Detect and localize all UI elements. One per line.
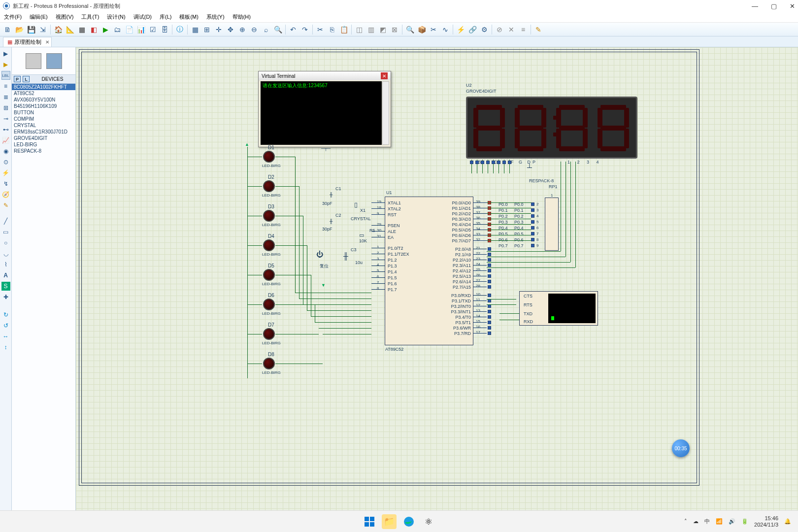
mirror-h-icon[interactable]: ↔ — [1, 332, 10, 341]
compim-serial[interactable]: CTS RTS TXD RXD — [519, 291, 598, 326]
probe-i-icon[interactable]: ↯ — [1, 179, 10, 188]
text2d-icon[interactable]: A — [1, 271, 10, 280]
led[interactable] — [263, 269, 275, 281]
tray-battery-icon[interactable]: 🔋 — [741, 518, 748, 525]
probe-v-icon[interactable]: ⚡ — [1, 168, 10, 177]
generator-mode-icon[interactable]: ⊙ — [1, 158, 10, 166]
save-icon[interactable]: 💾 — [26, 24, 36, 35]
pin-mode-icon[interactable]: ⊷ — [1, 125, 10, 134]
led[interactable] — [263, 328, 275, 340]
arc2d-icon[interactable]: ◡ — [1, 249, 10, 258]
db-icon[interactable]: 🗄 — [159, 24, 170, 35]
pick-icon[interactable]: 🔍 — [404, 24, 415, 35]
undo-icon[interactable]: ↶ — [288, 24, 299, 35]
tape-mode-icon[interactable]: ◉ — [1, 147, 10, 156]
tray-clock[interactable]: 15:462024/11/3 — [754, 515, 778, 527]
graph-mode-icon[interactable]: 📈 — [1, 136, 10, 145]
zoom-in-icon[interactable]: ⊕ — [237, 24, 248, 35]
list-item[interactable]: LED-BIRG — [12, 141, 75, 148]
menu-design[interactable]: 设计(N) — [107, 13, 125, 21]
explorer-icon[interactable]: 📁 — [382, 514, 397, 529]
list-item[interactable]: BUTTON — [12, 109, 75, 116]
label-mode-icon[interactable]: LBL — [1, 71, 10, 80]
zoom-fit-icon[interactable]: ⌕ — [261, 24, 271, 35]
netlist-icon[interactable]: 🔗 — [467, 24, 478, 35]
menu-file[interactable]: 文件(F) — [4, 13, 22, 21]
excl-icon[interactable]: ⊘ — [494, 24, 505, 35]
start-icon[interactable] — [362, 514, 377, 529]
component-mode-icon[interactable]: ▶ — [1, 60, 10, 69]
tray-volume-icon[interactable]: 🔊 — [729, 518, 735, 525]
menu-view[interactable]: 视图(V) — [56, 13, 74, 21]
tray-ime[interactable]: 中 — [704, 518, 710, 525]
select-mode-icon[interactable]: ▶ — [1, 49, 10, 58]
schematic-icon[interactable]: 📐 — [65, 24, 75, 35]
tray-notification-icon[interactable]: 🔔 — [784, 518, 791, 525]
schematic-canvas[interactable]: Virtual Terminal ✕ 请在发送区输入信息:1234567 ▲ D… — [76, 47, 798, 510]
compile-icon[interactable]: ⚙ — [479, 24, 490, 35]
copy-icon[interactable]: ⎘ — [327, 24, 337, 35]
drc-icon[interactable]: ☑ — [147, 24, 158, 35]
list-item[interactable]: COMPIM — [12, 116, 75, 122]
explorer-icon[interactable]: 🗂 — [112, 24, 123, 35]
rotate-cw-icon[interactable]: ↻ — [1, 310, 10, 319]
marker2d-icon[interactable]: ✚ — [1, 293, 10, 301]
zoom-area-icon[interactable]: 🔍 — [272, 24, 283, 35]
app-icon[interactable]: ⚛ — [421, 514, 436, 529]
block-delete-icon[interactable]: ⊠ — [389, 24, 400, 35]
wire-icon[interactable]: ∿ — [440, 24, 451, 35]
snap-icon[interactable]: ⊞ — [201, 24, 212, 35]
mirror-v-icon[interactable]: ↕ — [1, 343, 10, 352]
led[interactable] — [263, 210, 275, 222]
menu-debug[interactable]: 调试(D) — [133, 13, 152, 21]
block-rotate-icon[interactable]: ◩ — [377, 24, 388, 35]
list-item[interactable]: GROVE4DIGIT — [12, 135, 75, 141]
block-copy-icon[interactable]: ◫ — [354, 24, 365, 35]
pencil-icon[interactable]: ✎ — [1, 201, 10, 210]
list-item[interactable]: 8C0805Z2A1002FKHFT — [12, 84, 75, 90]
code-icon[interactable]: ▶ — [100, 24, 111, 35]
instrument-icon[interactable]: 🧭 — [1, 190, 10, 199]
help-icon[interactable]: ⓘ — [174, 24, 185, 35]
decompose-icon[interactable]: ✂ — [428, 24, 439, 35]
window-maximize[interactable]: ▢ — [771, 2, 777, 10]
device-list[interactable]: 8C0805Z2A1002FKHFT AT89C52 AVX0603Y5V100… — [12, 84, 75, 510]
list-item[interactable]: RESPACK-8 — [12, 148, 75, 154]
menu-template[interactable]: 模板(M) — [179, 13, 199, 21]
led[interactable] — [263, 180, 275, 192]
block-move-icon[interactable]: ▥ — [366, 24, 376, 35]
led[interactable] — [263, 239, 275, 251]
pick-button[interactable]: P — [14, 76, 21, 82]
home-icon[interactable]: 🏠 — [53, 24, 64, 35]
windows-taskbar[interactable]: 📁 ⚛ ˄ ☁ 中 📶 🔊 🔋 15:462024/11/3 🔔 — [0, 510, 798, 532]
edit-icon[interactable]: ✎ — [533, 24, 544, 35]
cut-icon[interactable]: ✂ — [315, 24, 326, 35]
line2d-icon[interactable]: ╱ — [1, 217, 10, 226]
char-icon[interactable]: ✕ — [506, 24, 517, 35]
seven-segment-display[interactable] — [466, 97, 637, 159]
text-mode-icon[interactable]: ≡ — [1, 82, 10, 91]
tray-onedrive-icon[interactable]: ☁ — [693, 518, 698, 525]
led[interactable] — [263, 151, 275, 163]
menu-system[interactable]: 系统(Y) — [206, 13, 225, 21]
open-icon[interactable]: 📂 — [14, 24, 25, 35]
list-item[interactable]: CRYSTAL — [12, 122, 75, 129]
window-minimize[interactable]: — — [752, 2, 758, 10]
menu-library[interactable]: 库(L) — [160, 13, 171, 21]
menu-tool[interactable]: 工具(T) — [81, 13, 99, 21]
gerber-icon[interactable]: 📊 — [135, 24, 146, 35]
list-item[interactable]: ERM18ssC1R300J701D — [12, 129, 75, 135]
bus-mode-icon[interactable]: ≣ — [1, 93, 10, 101]
pcb-icon[interactable]: ◧ — [88, 24, 99, 35]
bom-icon[interactable]: 📄 — [124, 24, 134, 35]
circle2d-icon[interactable]: ○ — [1, 238, 10, 247]
led[interactable] — [263, 358, 275, 369]
recording-timer[interactable]: 00:35 — [672, 439, 690, 457]
led[interactable] — [263, 299, 275, 310]
zoom-out-icon[interactable]: ⊖ — [249, 24, 260, 35]
respack-8[interactable] — [545, 198, 559, 251]
redo-icon[interactable]: ↷ — [299, 24, 310, 35]
tab-close-icon[interactable]: ✕ — [45, 39, 49, 45]
subcircuit-mode-icon[interactable]: ⊞ — [1, 103, 10, 112]
list-item[interactable]: AVX0603Y5V100N — [12, 97, 75, 103]
